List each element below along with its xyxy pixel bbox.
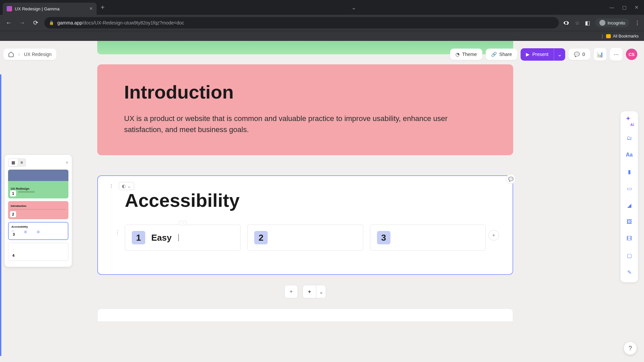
window-controls: ― ▢ ✕ <box>609 5 641 10</box>
more-icon: ⋯ <box>613 51 619 58</box>
bookmarks-bar: | All Bookmarks <box>0 31 644 41</box>
image-button[interactable]: 🖼 <box>624 217 635 227</box>
minimize-icon[interactable]: ― <box>609 5 614 10</box>
more-menu-button[interactable]: ⋯ <box>610 48 623 61</box>
add-blank-card-button[interactable]: + <box>284 285 298 298</box>
close-panel-icon[interactable]: × <box>66 160 68 165</box>
view-toggle: ▦ ≡ <box>8 158 26 167</box>
embed-button[interactable]: ▢ <box>624 250 635 261</box>
intro-heading[interactable]: Introduction <box>124 81 486 103</box>
present-dropdown[interactable]: ⌄ <box>554 48 565 61</box>
grid-view-button[interactable]: ▦ <box>9 159 18 166</box>
comments-button[interactable]: 💬 0 <box>569 49 590 60</box>
palette-icon: ◔ <box>455 52 460 57</box>
card-templates-button[interactable]: 🗂 <box>624 133 635 143</box>
url-field[interactable]: 🔒 gamma.app/docs/UX-Redesign-utuw9ty82oy… <box>44 17 559 28</box>
form-button[interactable]: ✎ <box>624 267 635 278</box>
browser-tab[interactable]: UX Redesign | Gamma × <box>3 3 97 15</box>
list-view-button[interactable]: ≡ <box>18 159 25 166</box>
star-icon[interactable]: ☆ <box>575 20 580 26</box>
breadcrumb-doc-title[interactable]: UX Redesign <box>24 52 52 57</box>
layout-blocks-button[interactable]: ▭ <box>624 183 635 194</box>
step-number-badge: 2 <box>254 231 268 244</box>
slide-thumbnail-2[interactable]: Introduction 2 <box>8 201 68 219</box>
incognito-icon <box>599 20 605 26</box>
link-icon: 🔗 <box>491 52 497 57</box>
add-ai-card-dropdown[interactable]: ⌄ <box>316 285 326 298</box>
visual-blocks-button[interactable]: ◢ <box>624 200 635 210</box>
intro-body[interactable]: UX is a product or website that is commo… <box>124 113 466 135</box>
breadcrumb-separator: › <box>18 51 20 57</box>
canvas: Introduction UX is a product or website … <box>97 64 513 322</box>
tab-search-icon[interactable]: ⌄ <box>352 4 356 11</box>
add-comment-button[interactable]: 💬 <box>506 174 516 184</box>
reload-icon[interactable]: ⟳ <box>31 19 40 26</box>
slide-thumbnail-1[interactable]: UX Redesign 1 <box>8 170 68 198</box>
new-tab-button[interactable]: + <box>101 4 105 11</box>
folder-icon <box>606 34 611 38</box>
extensions-icon[interactable]: ◧ <box>585 20 590 26</box>
app-topbar: › UX Redesign ◔ Theme 🔗 Share ▶ Present … <box>3 47 637 62</box>
maximize-icon[interactable]: ▢ <box>622 5 627 10</box>
row-drag-handle[interactable]: ⋮ <box>115 229 120 236</box>
url-text: gamma.app/docs/UX-Redesign-utuw9ty82oy1f… <box>57 20 184 25</box>
analytics-button[interactable]: 📊 <box>594 48 606 61</box>
text-formats-button[interactable]: Aa <box>624 149 635 160</box>
step-number-badge: 3 <box>377 231 390 244</box>
card-drag-handle[interactable]: ⋮ <box>107 182 115 190</box>
slide-thumbnail-3[interactable]: Accessibility 3 <box>8 222 68 240</box>
close-tab-icon[interactable]: × <box>90 6 93 12</box>
step-number-badge: 1 <box>132 231 145 244</box>
step-3[interactable]: 3 <box>370 225 486 251</box>
slide-thumbnail-4[interactable]: 4 <box>8 243 68 261</box>
card-toolbar: ⋮ ◐ ⌄ <box>107 182 134 190</box>
card-next-peek[interactable] <box>97 308 513 322</box>
add-column-button[interactable]: + <box>488 230 499 241</box>
avatar[interactable]: CS <box>626 49 637 60</box>
comment-icon: 💬 <box>574 52 580 57</box>
step-2[interactable]: 2 <box>247 225 363 251</box>
browser-menu-icon[interactable]: ⋮ <box>635 20 640 26</box>
access-heading[interactable]: Accessibility <box>125 189 486 211</box>
share-button[interactable]: 🔗 Share <box>486 49 517 60</box>
chart-icon: 📊 <box>597 51 603 58</box>
forward-icon[interactable]: → <box>17 19 27 26</box>
present-button[interactable]: ▶ Present <box>521 48 554 61</box>
column-handle[interactable]: ⋯ <box>179 221 187 225</box>
address-bar: ← → ⟳ 🔒 gamma.app/docs/UX-Redesign-utuw9… <box>0 15 644 31</box>
theme-button[interactable]: ◔ Theme <box>450 49 482 60</box>
app-viewport: › UX Redesign ◔ Theme 🔗 Share ▶ Present … <box>0 41 644 362</box>
lock-icon: 🔒 <box>49 20 54 25</box>
browser-tab-strip: UX Redesign | Gamma × + ⌄ ― ▢ ✕ <box>0 0 644 15</box>
home-icon[interactable] <box>8 51 14 57</box>
breadcrumb: › UX Redesign <box>3 49 56 60</box>
right-rail: AI 🗂 Aa ▮ ▭ ◢ 🖼 🎞 ▢ ✎ <box>621 111 638 282</box>
card-accessibility[interactable]: ⋮ ◐ ⌄ 💬 Accessibility ⋮ ⋯ 1 Easy 2 3 <box>97 175 513 275</box>
step-1-text[interactable]: Easy <box>151 233 172 243</box>
gamma-favicon <box>7 6 12 11</box>
filmstrip-panel: ▦ ≡ × UX Redesign 1 Introduction 2 Acces… <box>5 155 72 267</box>
callout-blocks-button[interactable]: ▮ <box>624 166 635 177</box>
ai-panel-button[interactable]: AI <box>624 116 635 127</box>
eye-off-icon[interactable]: 👁‍🗨 <box>563 20 570 26</box>
add-ai-card-button[interactable]: ✦ <box>303 285 316 298</box>
play-icon: ▶ <box>526 52 530 57</box>
all-bookmarks-button[interactable]: All Bookmarks <box>613 34 639 39</box>
text-cursor <box>178 234 179 241</box>
add-card-bar: + ✦ ⌄ <box>97 285 513 298</box>
card-style-button[interactable]: ◐ ⌄ <box>119 182 134 190</box>
card-introduction[interactable]: Introduction UX is a product or website … <box>97 64 513 155</box>
step-1[interactable]: ⋯ 1 Easy <box>125 225 240 251</box>
tab-title: UX Redesign | Gamma <box>15 6 59 11</box>
steps-row: ⋮ ⋯ 1 Easy 2 3 + <box>125 225 486 251</box>
close-window-icon[interactable]: ✕ <box>635 5 639 10</box>
incognito-badge: Incognito <box>595 18 629 27</box>
video-button[interactable]: 🎞 <box>624 233 635 244</box>
help-button[interactable]: ? <box>624 342 637 355</box>
back-icon[interactable]: ← <box>4 19 13 26</box>
left-accent-bar <box>0 74 1 356</box>
